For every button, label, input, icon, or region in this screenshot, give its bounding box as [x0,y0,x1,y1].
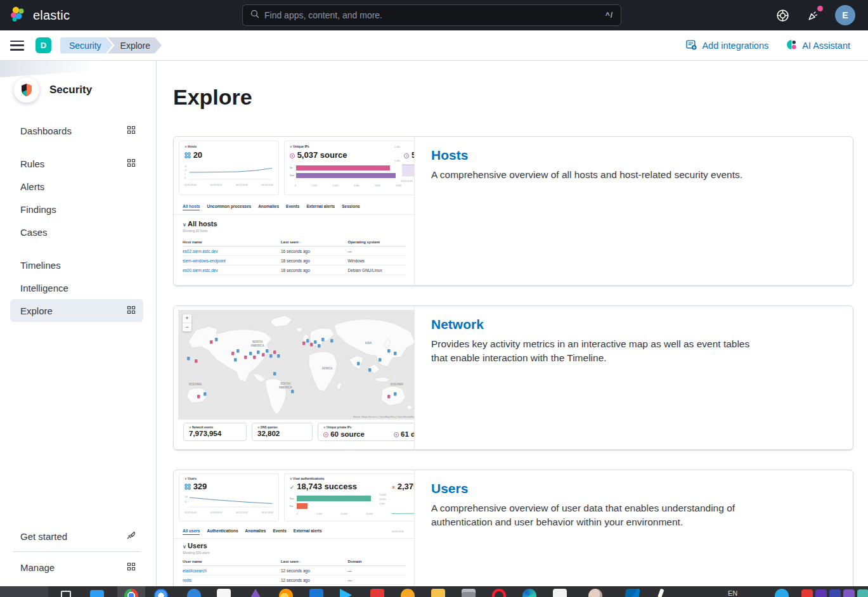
newsfeed-icon[interactable] [805,7,821,23]
terminal-icon[interactable] [462,589,476,597]
users-card-description: A comprehensive overview of user data th… [431,501,767,530]
ai-assistant-link[interactable]: AI Assistant [786,39,850,52]
svg-text:20: 20 [185,165,187,168]
language-indicator[interactable]: EN [728,589,737,597]
window-app-icon[interactable] [309,589,323,597]
help-icon[interactable] [774,7,791,23]
svg-text:SOUTH: SOUTH [280,382,290,385]
hosts-card-description: A comprehensive overview of all hosts an… [431,168,742,182]
sidebar-item-get-started[interactable]: Get started [10,525,143,548]
hosts-card-title[interactable]: Hosts [431,148,742,163]
grid-icon[interactable] [127,562,136,573]
breadcrumb-explore[interactable]: Explore [108,37,162,54]
search-input[interactable] [264,10,600,20]
unique-ips-bars: Src Dest [290,163,398,182]
svg-text:50: 50 [185,501,187,503]
sidebar-item-explore[interactable]: Explore [10,299,143,322]
brand-name: elastic [33,8,70,23]
hosts-sparkline: 20 15 5 0 [185,164,273,181]
auth-bars: Succ Fail [290,494,372,510]
orange-app-icon[interactable] [401,589,415,597]
breadcrumb-security[interactable]: Security [60,37,113,54]
network-card-title[interactable]: Network [431,317,767,332]
divider [13,551,141,552]
white-app-icon[interactable] [553,589,567,597]
network-card[interactable]: + − [173,305,853,450]
svg-text:100: 100 [185,496,188,498]
search-icon [250,10,259,21]
grid-icon[interactable] [127,125,136,136]
red-app-icon[interactable] [370,589,384,597]
tray-teal-icon[interactable] [857,589,868,597]
file-manager-icon[interactable] [90,590,104,597]
hosts-card[interactable]: Hosts 20 20 15 5 0 04-03 00:0004-0 [173,136,853,286]
sidebar-item-cases[interactable]: Cases [10,221,143,243]
user-avatar[interactable]: E [835,5,855,25]
global-search[interactable]: ^/ [242,4,621,26]
users-preview-image: Users 329 100 50 04-03 00:0004-03 08:000… [174,470,415,586]
space-badge[interactable]: D [36,37,51,53]
elastic-brand[interactable]: elastic [9,5,70,25]
users-preview-table: User name Last seen Domain elasticsearch… [183,560,406,586]
rose-app-icon[interactable] [588,589,602,597]
purple-app-icon[interactable] [249,589,262,597]
sidebar-item-dashboards[interactable]: Dashboards [10,119,143,142]
main-content: Explore Hosts 20 20 15 5 0 [157,61,868,586]
grid-icon[interactable] [127,158,136,169]
elastic-logo-icon [9,5,27,25]
svg-text:0: 0 [185,177,186,179]
task-view-icon[interactable] [61,591,71,597]
zoom-in-button: + [183,314,191,323]
svg-text:ASIA: ASIA [365,342,373,345]
hosts-count-icon [185,151,191,157]
sidebar-item-intelligence[interactable]: Intelligence [10,276,143,299]
breadcrumb: Security Explore [60,37,162,54]
security-app-icon [14,77,39,103]
svg-text:15: 15 [185,169,187,172]
source-ips-icon [323,432,328,437]
search-shortcut-hint: ^/ [606,11,613,20]
pencil-tool-icon[interactable] [656,589,664,597]
svg-text:OCEANIA: OCEANIA [189,383,203,386]
text-editor-icon[interactable] [217,589,231,597]
hosts-preview-image: Hosts 20 20 15 5 0 04-03 00:0004-0 [174,137,415,285]
firefox-icon[interactable] [279,589,293,597]
breadcrumb-toolbar: D Security Explore Add integrations AI A… [0,30,868,61]
svg-text:5: 5 [185,173,186,176]
add-integrations-icon [686,39,697,52]
svg-text:AMERICA: AMERICA [279,386,293,389]
map-attribution: Elastic Maps Service | OpenMapTiles | Op… [353,415,415,418]
opera-icon[interactable] [492,589,506,597]
menu-icon[interactable] [10,41,24,51]
folder-icon[interactable] [431,589,445,597]
sidebar-item-timelines[interactable]: Timelines [10,254,143,276]
blue-app-icon[interactable] [187,589,201,597]
tray-purple-icon[interactable] [815,589,827,597]
svg-text:AMERICA: AMERICA [251,344,265,347]
users-card-title[interactable]: Users [431,481,767,496]
mini-area-chart [394,162,415,177]
bar-label-src: Src [290,167,293,169]
telegram-icon[interactable] [775,589,789,597]
svg-text:AFRICA: AFRICA [322,367,334,370]
users-card[interactable]: Users 329 100 50 04-03 00:0004-03 08:000… [173,470,853,586]
sidebar-item-manage[interactable]: Manage [10,556,143,579]
paper-plane-app-icon[interactable] [340,589,352,597]
add-integrations-link[interactable]: Add integrations [686,39,768,52]
tray-red-icon[interactable] [801,589,813,597]
sidebar-item-rules[interactable]: Rules [10,152,143,175]
tray-blue-icon[interactable] [829,589,841,597]
grid-icon[interactable] [127,305,136,316]
visual-studio-icon[interactable] [624,589,640,597]
tray-violet-icon[interactable] [843,589,855,597]
dest-ips-icon [394,432,399,437]
sidebar-item-alerts[interactable]: Alerts [10,175,143,198]
edge-icon[interactable] [522,589,536,597]
svg-text:OCEANIA: OCEANIA [391,383,405,386]
svg-text:NORTH: NORTH [252,340,262,343]
chromium-icon[interactable] [154,589,168,597]
global-header: elastic ^/ E [0,0,868,30]
sidebar-item-findings[interactable]: Findings [10,198,143,221]
success-check-icon: ✓ [290,484,295,491]
hosts-preview-tabs: All hosts Uncommon processes Anomalies E… [183,204,360,210]
